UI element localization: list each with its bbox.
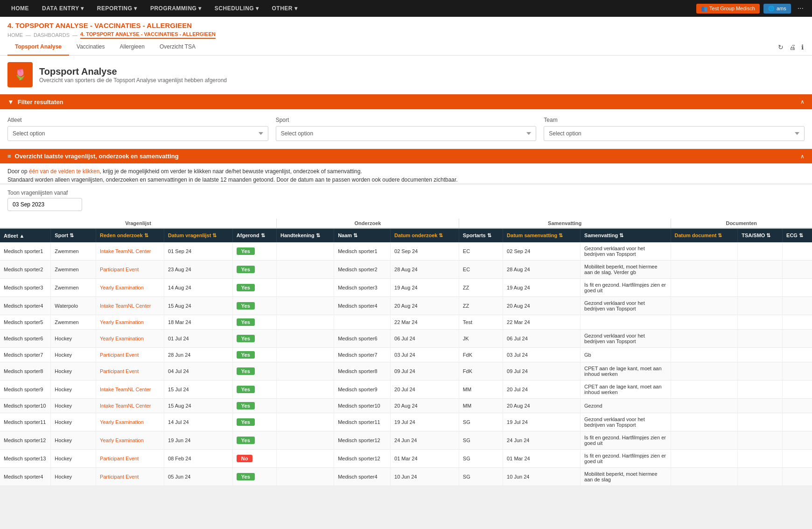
nav-home[interactable]: HOME [6,0,35,17]
cell-samenvatting: Gezond verklaard voor het bedrijven van … [581,242,671,261]
cell-samenvatting: Is fit en gezond. Hartfilmpjes zien er g… [581,431,671,450]
th-sport[interactable]: Sport ⇅ [51,228,96,242]
table-row[interactable]: Medisch sporter13 Hockey Participant Eve… [0,450,812,468]
refresh-icon[interactable]: ↻ [777,42,784,52]
info-link[interactable]: één van de velden te klikken [29,168,99,175]
table-row[interactable]: Medisch sporter8 Hockey Participant Even… [0,362,812,381]
cell-datum-samenvatting: 22 Mar 24 [503,315,581,330]
afgerond-badge: Yes [237,266,255,273]
filter-bar[interactable]: ▼ Filter resultaten ∧ [0,94,812,109]
table-row[interactable]: Medisch sporter3 Zwemmen Yearly Examinat… [0,279,812,297]
overview-icon: ≡ [7,153,11,160]
more-options[interactable]: ··· [795,4,806,13]
afgerond-badge: Yes [237,367,255,375]
globe-icon: 🌐 [768,6,775,12]
th-samenvatting[interactable]: Samenvatting ⇅ [581,228,671,242]
team-select[interactable]: Select option [544,126,805,141]
cell-tsasmo [738,431,783,450]
info-icon[interactable]: ℹ [800,42,805,52]
table-row[interactable]: Medisch sporter9 Hockey Intake TeamNL Ce… [0,381,812,399]
th-datum-document[interactable]: Datum document ⇅ [671,228,738,242]
cell-ecg [783,413,812,431]
cell-ecg [783,399,812,413]
table-row[interactable]: Medisch sporter12 Hockey Yearly Examinat… [0,431,812,450]
filter-form: Atleet Select option Sport Select option… [0,109,812,149]
cell-datum-samenvatting: 06 Jul 24 [503,330,581,348]
cell-datum-onderzoek: 20 Aug 24 [391,399,459,413]
cell-datum-document [671,330,738,348]
cell-tsasmo [738,450,783,468]
th-tsasmo[interactable]: TSA/SMO ⇅ [738,228,783,242]
cell-datum-vragenlijst: 08 Feb 24 [164,450,233,468]
language-button[interactable]: 🌐 ams [763,4,791,14]
tab-overzicht-tsa[interactable]: Overzicht TSA [152,39,203,56]
sport-label: Sport [276,117,537,123]
th-afgerond[interactable]: Afgerond ⇅ [232,228,276,242]
overview-bar[interactable]: ≡ Overzicht laatste vragenlijst, onderzo… [0,149,812,163]
th-datum-samenvatting[interactable]: Datum samenvatting ⇅ [503,228,581,242]
table-row[interactable]: Medisch sporter10 Hockey Intake TeamNL C… [0,399,812,413]
cell-handtekening [277,399,334,413]
th-reden[interactable]: Reden onderzoek ⇅ [96,228,164,242]
cell-atleet: Medisch sporter8 [0,362,51,381]
cell-datum-vragenlijst: 19 Jun 24 [164,431,233,450]
cell-datum-onderzoek: 01 Mar 24 [391,450,459,468]
cell-datum-document [671,242,738,261]
breadcrumb-dashboards[interactable]: DASHBOARDS [34,32,70,38]
cell-atleet: Medisch sporter4 [0,297,51,315]
date-filter-input[interactable] [7,198,82,211]
print-icon[interactable]: 🖨 [788,42,797,52]
th-datum-onderzoek[interactable]: Datum onderzoek ⇅ [391,228,459,242]
tab-allergieen[interactable]: Allergieen [112,39,152,56]
nav-other[interactable]: OTHER ▾ [266,0,303,17]
overview-label: Overzicht laatste vragenlijst, onderzoek… [15,153,179,160]
table-row[interactable]: Medisch sporter4 Waterpolo Intake TeamNL… [0,297,812,315]
cell-reden: Intake TeamNL Center [96,381,164,399]
th-atleet[interactable]: Atleet ▲ [0,228,51,242]
cell-reden: Yearly Examination [96,413,164,431]
breadcrumb-home[interactable]: HOME [7,32,23,38]
th-handtekening[interactable]: Handtekening ⇅ [277,228,334,242]
cell-afgerond: No [232,450,276,468]
cell-datum-onderzoek: 24 Jun 24 [391,431,459,450]
cell-reden: Participant Event [96,468,164,486]
table-row[interactable]: Medisch sporter5 Zwemmen Yearly Examinat… [0,315,812,330]
th-sportarts[interactable]: Sportarts ⇅ [459,228,503,242]
cell-datum-document [671,431,738,450]
cell-datum-onderzoek: 19 Jul 24 [391,413,459,431]
table-row[interactable]: Medisch sporter1 Zwemmen Intake TeamNL C… [0,242,812,261]
th-ecg[interactable]: ECG ⇅ [783,228,812,242]
cell-naam: Medisch sporter12 [334,450,391,468]
cell-ecg [783,381,812,399]
nav-data-entry[interactable]: DATA ENTRY ▾ [36,0,90,17]
team-button[interactable]: 👥 Test Group Medisch [696,4,760,14]
cell-afgerond: Yes [232,468,276,486]
cell-datum-document [671,261,738,279]
cell-sport: Hockey [51,399,96,413]
nav-scheduling[interactable]: SCHEDULING ▾ [209,0,265,17]
table-row[interactable]: Medisch sporter6 Hockey Yearly Examinati… [0,330,812,348]
cell-ecg [783,362,812,381]
filter-group-atleet: Atleet Select option [7,117,268,141]
table-row[interactable]: Medisch sporter7 Hockey Participant Even… [0,348,812,362]
th-naam[interactable]: Naam ⇅ [334,228,391,242]
cell-datum-samenvatting: 09 Jul 24 [503,362,581,381]
cell-atleet: Medisch sporter5 [0,315,51,330]
sport-select[interactable]: Select option [276,126,537,141]
tab-topsport-analyse[interactable]: Topsport Analyse [7,39,69,56]
cell-samenvatting: CPET aan de lage kant, moet aan inhoud w… [581,362,671,381]
th-datum-vragenlijst[interactable]: Datum vragenlijst ⇅ [164,228,233,242]
table-row[interactable]: Medisch sporter4 Hockey Participant Even… [0,468,812,486]
table-row[interactable]: Medisch sporter2 Zwemmen Participant Eve… [0,261,812,279]
cell-ecg [783,242,812,261]
atleet-select[interactable]: Select option [7,126,268,141]
tab-vaccinaties[interactable]: Vaccinaties [69,39,112,56]
nav-programming[interactable]: PROGRAMMING ▾ [145,0,207,17]
cell-ecg [783,431,812,450]
cell-samenvatting: Is fit en gezond. Hartfilmpjes zien er g… [581,450,671,468]
cell-sportarts: Test [459,315,503,330]
cell-sport: Hockey [51,381,96,399]
nav-reporting[interactable]: REPORTING ▾ [91,0,143,17]
table-row[interactable]: Medisch sporter11 Hockey Yearly Examinat… [0,413,812,431]
filter-collapse-icon: ∧ [800,99,805,105]
